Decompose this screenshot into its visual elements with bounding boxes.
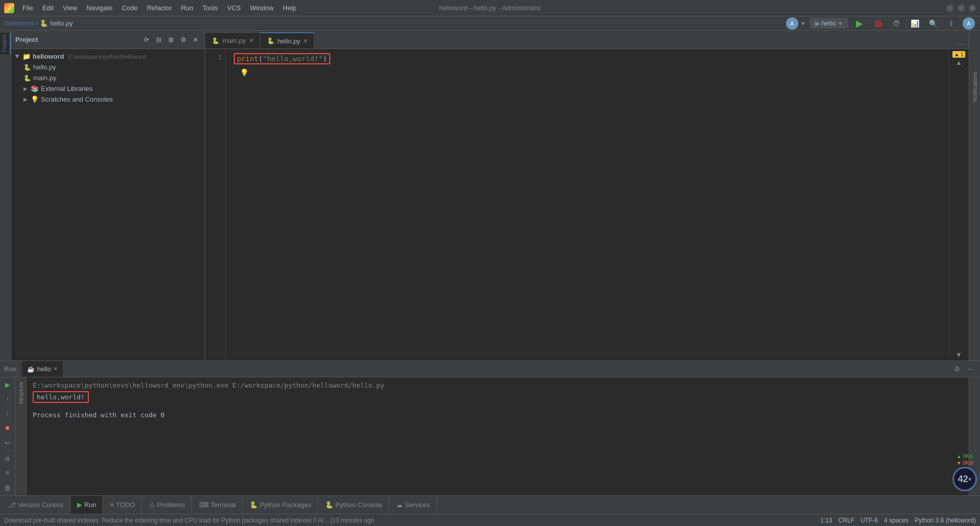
profile-button[interactable]: ⏱ (889, 16, 903, 31)
lightbulb-icon[interactable]: 💡 (240, 68, 249, 77)
run-hello-tab[interactable]: ☕ hello ✕ (22, 361, 62, 377)
search-button[interactable]: 🔍 (926, 16, 940, 31)
filter-button[interactable]: ≡ (2, 467, 13, 478)
tab-run[interactable]: ▶ Run (71, 496, 103, 514)
coverage-button[interactable]: 📊 (908, 16, 922, 31)
bottom-panel: Run: ☕ hello ✕ ⚙ ─ ▶ ↓ ↑ ■ ↩ 🖨 ≡ (0, 361, 980, 514)
status-message: Download pre-built shared indexes: Reduc… (4, 517, 374, 524)
menu-navigate[interactable]: Navigate (82, 2, 116, 14)
tab-hello-py-close[interactable]: ✕ (303, 38, 308, 44)
tab-services[interactable]: ☁ Services (390, 496, 437, 514)
stop-button[interactable]: ■ (2, 422, 13, 433)
tree-root[interactable]: ▶ 📁 helloword E:\workspace\python\hellow… (11, 51, 205, 62)
python-packages-label: Python Packages (260, 501, 311, 509)
maximize-button[interactable]: □ (958, 5, 965, 12)
menu-run[interactable]: Run (177, 2, 198, 14)
menu-tools[interactable]: Tools (199, 2, 222, 14)
breadcrumb-file[interactable]: hello.py (50, 19, 73, 27)
folder-icon: 📁 (22, 53, 31, 60)
tree-file-main[interactable]: 🐍 main.py (11, 73, 205, 83)
services-icon: ☁ (396, 501, 403, 509)
speed-up-icon: ▲ (957, 453, 962, 459)
scroll-down[interactable]: ▼ (955, 351, 962, 358)
expand-button[interactable]: ⊞ (166, 35, 176, 45)
terminal-icon: ⌨ (199, 501, 209, 509)
tab-main-py-close[interactable]: ✕ (249, 37, 254, 44)
scroll-to-end-button[interactable]: ↓ (2, 392, 13, 403)
todo-icon: ≡ (110, 501, 114, 509)
run-button[interactable]: ▶ (852, 16, 867, 31)
console-command: E:\workspace\python\envs\helloword_env\p… (33, 381, 963, 389)
menu-code[interactable]: Code (118, 2, 142, 14)
tab-problems[interactable]: ⚠ Problems (143, 496, 192, 514)
tab-python-console[interactable]: 🐍 Python Console (319, 496, 389, 514)
encoding[interactable]: UTF-8 (861, 517, 878, 524)
tree-scratches[interactable]: ▶ 💡 Scratches and Consoles (11, 94, 205, 105)
menu-view[interactable]: View (59, 2, 81, 14)
speed-down-icon: ▼ (957, 460, 962, 466)
close-button[interactable]: ✕ (969, 5, 976, 12)
more-tabs-button[interactable]: ⋯ (958, 40, 965, 49)
tree-root-path: E:\workspace\python\helloword (68, 54, 145, 60)
menu-window[interactable]: Window (246, 2, 278, 14)
arrow-icon-ext: ▶ (23, 86, 28, 91)
print-button[interactable]: 🖨 (2, 452, 13, 463)
arrow-icon: ▶ (15, 55, 20, 59)
tree-file-hello[interactable]: 🐍 hello.py (11, 62, 205, 73)
console-output: E:\workspace\python\envs\helloword_env\p… (27, 377, 969, 495)
tab-main-py[interactable]: 🐍 main.py ✕ (205, 32, 260, 49)
run-hello-close[interactable]: ✕ (53, 366, 58, 372)
upload-button[interactable]: ⬆ (944, 16, 959, 31)
warning-badge[interactable]: ▲ 1 (952, 51, 965, 58)
menu-help[interactable]: Help (279, 2, 301, 14)
wrap-button[interactable]: ↩ (2, 438, 13, 448)
tab-python-packages[interactable]: 🐍 Python Packages (243, 496, 318, 514)
close-panel-button[interactable]: ✕ (190, 35, 201, 45)
scroll-up-button[interactable]: ↑ (2, 408, 13, 418)
speed-circle: 42× (952, 467, 977, 491)
status-bar: Download pre-built shared indexes: Reduc… (0, 514, 980, 526)
tab-hello-py[interactable]: 🐍 hello.py ✕ (260, 32, 315, 49)
trash-button[interactable]: 🗑 (2, 483, 13, 493)
avatar: A (786, 17, 798, 30)
speed-up-value: 0K/s (963, 453, 973, 459)
user-icon-area[interactable]: A ▼ (786, 17, 806, 30)
menu-file[interactable]: File (18, 2, 37, 14)
sync-button[interactable]: ⟳ (141, 35, 152, 45)
menu-vcs[interactable]: VCS (223, 2, 245, 14)
status-bar-right: 1:13 CRLF UTF-8 4 spaces Python 3.8 (hel… (820, 517, 976, 524)
app-logo: J (4, 3, 14, 13)
tab-todo[interactable]: ≡ TODO (104, 496, 142, 514)
minimize-button[interactable]: ─ (946, 5, 953, 12)
menu-edit[interactable]: Edit (38, 2, 58, 14)
minimize-panel-button[interactable]: ─ (965, 364, 976, 375)
speed-down-value: 0K/s (963, 460, 973, 466)
rerun-button[interactable]: ▶ (2, 379, 13, 390)
settings-icon[interactable]: ⚙ (951, 364, 963, 375)
gear-icon[interactable]: ⚙ (178, 35, 188, 45)
menu-refactor[interactable]: Refactor (143, 2, 176, 14)
cursor-position[interactable]: 1:13 (820, 517, 832, 524)
scratches-label: Scratches and Consoles (41, 95, 113, 103)
user-avatar: A (963, 17, 975, 30)
structure-label[interactable]: Structure (18, 381, 24, 404)
indent-style[interactable]: 4 spaces (884, 517, 909, 524)
tab-main-py-icon: 🐍 (212, 37, 219, 44)
python-packages-icon: 🐍 (250, 501, 258, 509)
line-ending[interactable]: CRLF (839, 517, 854, 524)
notifications-label[interactable]: Notifications (972, 71, 978, 102)
project-icon[interactable]: Project (0, 33, 11, 54)
tab-version-control[interactable]: ⎇ Version Control (2, 496, 70, 514)
tab-terminal[interactable]: ⌨ Terminal (193, 496, 242, 514)
breadcrumb-project[interactable]: helloword (5, 19, 34, 27)
run-config[interactable]: ▶ hello ▼ (810, 18, 848, 29)
collapse-button[interactable]: ⊟ (154, 35, 164, 45)
tree-external-libs[interactable]: ▶ 📚 External Libraries (11, 83, 205, 94)
user-dropdown[interactable]: ▼ (800, 20, 806, 27)
code-area[interactable]: print("hello,world!") 💡 (226, 49, 948, 361)
run-hello-label: hello (37, 365, 51, 373)
debug-button[interactable]: 🐞 (871, 16, 885, 31)
python-version[interactable]: Python 3.8 (helloword) (915, 517, 976, 524)
line-numbers: 1 (205, 49, 226, 361)
scroll-up[interactable]: ▲ (955, 59, 962, 66)
